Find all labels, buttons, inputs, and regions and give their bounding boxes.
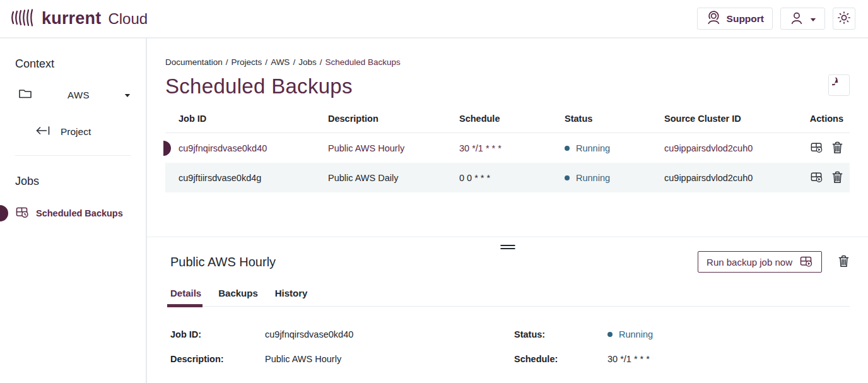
jobs-table: Job ID Description Schedule Status Sourc… (165, 114, 850, 192)
cell-job-id: cu9jfnqirsdvase0kd40 (165, 143, 328, 153)
detail-panel-title: Public AWS Hourly (170, 255, 276, 269)
headset-icon (706, 10, 721, 28)
breadcrumb-item[interactable]: Documentation (165, 57, 223, 67)
status-dot (565, 146, 570, 151)
status-dot (607, 332, 613, 337)
delete-action-button[interactable] (831, 170, 843, 186)
cell-actions (808, 170, 850, 186)
brand-name: kurrent (42, 9, 101, 28)
cell-status: Running (565, 143, 664, 153)
sidebar-item-scheduled-backups[interactable]: Scheduled Backups (0, 205, 146, 221)
table-row[interactable]: cu9jftiirsdvase0kd4g Public AWS Daily 0 … (165, 163, 850, 192)
active-item-indicator (0, 205, 8, 221)
page-title: Scheduled Backups (165, 74, 353, 98)
kurrent-waves-icon (11, 8, 36, 30)
sidebar-divider (15, 155, 131, 156)
status-badge: Running (576, 173, 610, 183)
trash-icon (831, 170, 843, 186)
cell-schedule: 30 */1 * * * (459, 143, 565, 153)
col-header-schedule: Schedule (459, 114, 565, 124)
backup-box-play-icon (810, 170, 823, 186)
status-badge: Running (619, 329, 653, 339)
support-button[interactable]: Support (697, 8, 773, 30)
refresh-icon (832, 78, 846, 93)
field-value-job-id: cu9jfnqirsdvase0kd40 (265, 329, 514, 339)
selected-row-indicator (163, 141, 171, 156)
detail-tabs: Details Backups History (170, 288, 850, 307)
breadcrumb-item[interactable]: Jobs (298, 57, 317, 67)
breadcrumb: Documentation/Projects/AWS/Jobs/Schedule… (147, 38, 868, 67)
user-menu-button[interactable] (780, 8, 825, 30)
job-detail-panel: Public AWS Hourly Run backup job now (147, 237, 868, 364)
breadcrumb-current: Scheduled Backups (325, 57, 400, 67)
col-header-status: Status (565, 114, 664, 124)
chevron-down-icon (124, 89, 131, 100)
status-badge: Running (576, 143, 610, 153)
folder-icon (18, 86, 33, 103)
delete-action-button[interactable] (831, 141, 843, 156)
project-back-link[interactable]: Project (35, 125, 146, 139)
status-dot (565, 175, 570, 180)
brand-logo: kurrent Cloud (11, 8, 148, 30)
context-selector[interactable]: AWS (18, 86, 131, 103)
breadcrumb-separator: / (320, 57, 322, 67)
brand-suffix: Cloud (108, 10, 148, 28)
field-value-schedule: 30 */1 * * * (607, 354, 850, 364)
context-heading: Context (15, 57, 146, 71)
breadcrumb-separator: / (293, 57, 295, 67)
run-backup-action-button[interactable] (810, 141, 823, 156)
user-icon (789, 10, 804, 28)
panel-splitter (147, 237, 868, 237)
col-header-job-id: Job ID (165, 114, 328, 124)
tab-history[interactable]: History (275, 288, 308, 306)
breadcrumb-separator: / (265, 57, 267, 67)
cell-job-id: cu9jftiirsdvase0kd4g (165, 173, 328, 183)
cell-schedule: 0 0 * * * (459, 173, 565, 183)
field-label-schedule: Schedule: (514, 354, 607, 364)
cell-description: Public AWS Hourly (328, 143, 459, 153)
field-value-description: Public AWS Hourly (265, 354, 514, 364)
col-header-description: Description (328, 114, 459, 124)
run-backup-now-button[interactable]: Run backup job now (698, 251, 822, 273)
topbar: kurrent Cloud Support (0, 0, 868, 38)
cell-source-cluster-id: cu9ippairsdvlod2cuh0 (664, 143, 808, 153)
field-label-status: Status: (514, 329, 607, 339)
run-backup-now-label: Run backup job now (707, 257, 792, 268)
arrow-left-bar-icon (35, 125, 51, 139)
run-backup-action-button[interactable] (810, 170, 823, 186)
detail-fields: Job ID: cu9jfnqirsdvase0kd40 Status: Run… (170, 329, 850, 364)
field-label-description: Description: (170, 354, 265, 364)
project-back-label: Project (61, 126, 91, 138)
col-header-actions: Actions (808, 114, 850, 124)
cell-source-cluster-id: cu9ippairsdvlod2cuh0 (664, 173, 808, 183)
backup-box-play-icon (799, 254, 813, 270)
refresh-button[interactable] (828, 74, 850, 96)
table-header-row: Job ID Description Schedule Status Sourc… (165, 114, 850, 133)
tab-backups[interactable]: Backups (218, 288, 258, 306)
col-header-source-cluster-id: Source Cluster ID (664, 114, 808, 124)
jobs-heading: Jobs (15, 175, 146, 188)
sidebar: Context AWS Project Jobs (0, 38, 147, 383)
breadcrumb-item[interactable]: Projects (232, 57, 262, 67)
tab-details[interactable]: Details (170, 288, 201, 306)
sun-icon (837, 11, 851, 27)
field-label-job-id: Job ID: (170, 329, 265, 339)
backup-box-clock-icon (15, 205, 29, 221)
delete-job-button[interactable] (838, 254, 850, 269)
breadcrumb-separator: / (226, 57, 228, 67)
main-content: Documentation/Projects/AWS/Jobs/Schedule… (147, 38, 868, 383)
table-row[interactable]: cu9jfnqirsdvase0kd40 Public AWS Hourly 3… (165, 133, 850, 163)
breadcrumb-item[interactable]: AWS (271, 57, 290, 67)
theme-toggle-button[interactable] (833, 8, 855, 30)
sidebar-item-label: Scheduled Backups (36, 208, 123, 218)
chevron-down-icon (810, 13, 816, 25)
trash-icon (838, 254, 850, 269)
field-value-status: Running (607, 329, 850, 339)
cell-description: Public AWS Daily (328, 173, 459, 183)
context-selector-value: AWS (33, 90, 124, 100)
topbar-actions: Support (697, 8, 855, 30)
drag-handle-icon[interactable] (500, 243, 515, 251)
cell-actions (808, 141, 850, 156)
trash-icon (831, 141, 843, 156)
backup-box-play-icon (810, 141, 823, 156)
